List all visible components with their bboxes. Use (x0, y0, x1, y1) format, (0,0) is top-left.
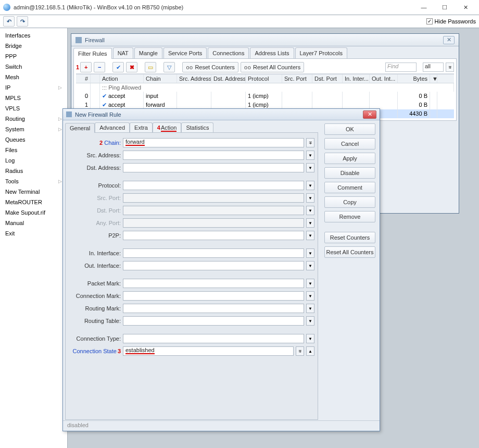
sidebar-item-manual[interactable]: Manual (0, 218, 67, 228)
sidebar-item-ip[interactable]: IP▷ (0, 82, 67, 93)
column-header[interactable]: Chain (144, 74, 177, 83)
protocol-toggle[interactable]: ▼ (306, 181, 314, 190)
table-comment-row[interactable]: ::: Ping Allowed (76, 83, 454, 92)
remove-button[interactable]: − (94, 62, 105, 72)
sidebar-item-interfaces[interactable]: Interfaces (0, 30, 67, 41)
dst-address-input[interactable] (123, 163, 304, 172)
add-button[interactable]: + (80, 62, 92, 72)
connection-type-toggle[interactable]: ▼ (306, 334, 314, 343)
comment-button[interactable]: ▭ (145, 62, 156, 72)
comment-button[interactable]: Comment (324, 182, 375, 193)
sidebar-item-system[interactable]: System▷ (0, 124, 67, 134)
table-row[interactable]: 0✔acceptinput1 (icmp)0 B (76, 92, 454, 101)
column-header[interactable]: # (76, 74, 91, 83)
in-interface-toggle[interactable]: ▼ (306, 248, 314, 258)
p2p-toggle[interactable]: ▼ (306, 231, 314, 240)
ok-button[interactable]: OK (324, 123, 375, 135)
sidebar-item-queues[interactable]: Queues (0, 134, 67, 145)
routing-table-input[interactable] (123, 316, 304, 326)
column-header[interactable]: Out. Int... (370, 74, 398, 83)
copy-button[interactable]: Copy (324, 196, 375, 208)
packet-mark-input[interactable] (123, 279, 304, 288)
firewall-tab-mangle[interactable]: Mangle (134, 47, 162, 58)
remove-button[interactable]: Remove (324, 211, 375, 222)
redo-button[interactable]: ↷ (17, 16, 28, 27)
chain-filter-select[interactable]: all (423, 63, 444, 72)
connection-mark-toggle[interactable]: ▼ (306, 291, 314, 301)
dialog-tab-advanced[interactable]: Advanced (95, 122, 130, 132)
disable-button[interactable]: ✖ (126, 62, 137, 72)
column-header[interactable]: Dst. Address (211, 74, 246, 83)
connection-state-input[interactable]: established (123, 346, 294, 356)
sidebar-item-switch[interactable]: Switch (0, 61, 67, 72)
reset-counters-button[interactable]: Reset Counters (324, 232, 375, 243)
p2p-input[interactable] (123, 231, 304, 240)
disable-button[interactable]: Disable (324, 167, 375, 179)
out-interface-toggle[interactable]: ▼ (306, 261, 314, 270)
sidebar-item-ppp[interactable]: PPP (0, 51, 67, 61)
sidebar-item-radius[interactable]: Radius (0, 166, 67, 176)
column-header[interactable]: Protocol (246, 74, 282, 83)
column-header[interactable]: Src. Port (282, 74, 312, 83)
routing-mark-input[interactable] (123, 304, 304, 313)
undo-button[interactable]: ↶ (3, 16, 15, 27)
column-header[interactable]: Dst. Port (312, 74, 343, 83)
column-header[interactable]: Bytes (398, 74, 430, 83)
dialog-close-button[interactable]: ✕ (363, 110, 376, 119)
src-address-toggle[interactable]: ▼ (306, 151, 314, 160)
firewall-tab-nat[interactable]: NAT (113, 47, 133, 58)
src-port-toggle[interactable]: ▼ (306, 193, 314, 203)
sidebar-item-make-supout-rif[interactable]: Make Supout.rif (0, 207, 67, 218)
sidebar-item-bridge[interactable]: Bridge (0, 41, 67, 51)
chain-filter-dropdown[interactable]: ∓ (446, 63, 454, 72)
dialog-tab-statistics[interactable]: Statistics (181, 122, 213, 132)
firewall-tab-address-lists[interactable]: Address Lists (250, 47, 294, 58)
dst-port-toggle[interactable]: ▼ (306, 206, 314, 215)
column-header[interactable]: Action (100, 74, 144, 83)
firewall-table-header[interactable]: #ActionChainSrc. AddressDst. AddressProt… (76, 74, 454, 83)
firewall-tab-connections[interactable]: Connections (208, 47, 249, 58)
reset-all-counters-button[interactable]: Reset All Counters (324, 246, 375, 258)
dialog-titlebar[interactable]: New Firewall Rule ✕ (63, 109, 380, 120)
dialog-tab-general[interactable]: General (65, 123, 95, 133)
packet-mark-toggle[interactable]: ▼ (306, 279, 314, 288)
firewall-close-button[interactable]: ✕ (443, 36, 455, 44)
sidebar-item-new-terminal[interactable]: New Terminal (0, 186, 67, 197)
dialog-tab-action[interactable]: 4Action (153, 122, 182, 132)
reset-all-counters-button[interactable]: ooReset All Counters (241, 62, 304, 72)
column-header[interactable] (91, 74, 100, 83)
connection-type-input[interactable] (123, 334, 304, 343)
any-port-toggle[interactable]: ▼ (306, 218, 314, 228)
reset-counters-button[interactable]: ooReset Counters (182, 62, 238, 72)
sidebar-item-tools[interactable]: Tools▷ (0, 176, 67, 186)
apply-button[interactable]: Apply (324, 153, 375, 164)
dst-address-toggle[interactable]: ▼ (306, 163, 314, 172)
column-header[interactable]: In. Inter... (343, 74, 370, 83)
sidebar-item-files[interactable]: Files (0, 145, 67, 155)
sidebar-item-exit[interactable]: Exit (0, 228, 67, 239)
routing-mark-toggle[interactable]: ▼ (306, 304, 314, 313)
routing-table-toggle[interactable]: ▼ (306, 316, 314, 326)
src-address-input[interactable] (123, 151, 304, 160)
out-interface-input[interactable] (123, 261, 304, 270)
sidebar-item-log[interactable]: Log (0, 155, 67, 166)
window-maximize[interactable]: ☐ (434, 1, 455, 14)
sidebar-item-routing[interactable]: Routing▷ (0, 114, 67, 124)
chain-dropdown[interactable]: ∓ (306, 138, 314, 147)
protocol-input[interactable] (123, 181, 304, 190)
window-close[interactable]: ✕ (455, 1, 476, 14)
sidebar-item-mesh[interactable]: Mesh (0, 72, 67, 82)
hide-passwords-checkbox[interactable] (426, 18, 433, 24)
sidebar-item-vpls[interactable]: VPLS (0, 103, 67, 114)
sidebar-item-metarouter[interactable]: MetaROUTER (0, 197, 67, 207)
filter-button[interactable]: ▽ (163, 62, 175, 72)
firewall-tab-layer7-protocols[interactable]: Layer7 Protocols (295, 47, 348, 58)
enable-button[interactable]: ✔ (112, 62, 124, 72)
chain-input[interactable]: forward (123, 138, 304, 147)
window-minimize[interactable]: — (413, 1, 434, 14)
connection-state-dropdown[interactable]: ∓ (296, 346, 304, 356)
columns-menu-icon[interactable]: ▼ (430, 74, 437, 83)
firewall-titlebar[interactable]: Firewall ✕ (71, 34, 459, 46)
find-input[interactable]: Find (385, 63, 417, 72)
cancel-button[interactable]: Cancel (324, 138, 375, 150)
